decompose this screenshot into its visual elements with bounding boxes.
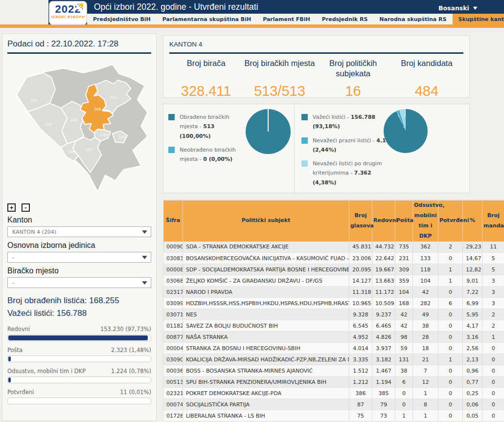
cell-value: 6.545 <box>349 320 372 332</box>
map-region-label-203: 203 <box>110 95 117 100</box>
column-header[interactable]: Odsustvo, mobilni tim i DKP <box>413 200 438 242</box>
language-selector[interactable]: Bosanski ▼ <box>438 4 477 12</box>
stat-label: Broj političkih subjekata <box>317 58 390 78</box>
cell-value: 0,96 <box>463 365 482 377</box>
page: Predsjedništvo BiHParlamentarna skupštin… <box>0 0 504 422</box>
bih-flag-icon <box>76 3 84 9</box>
stat-broj-kandidata: Broj kandidata484 <box>390 58 463 99</box>
language-label: Bosanski <box>438 4 469 12</box>
cell-value: 59 <box>395 343 413 354</box>
cell-value: 0 <box>438 343 463 354</box>
cell-value: 3.937 <box>372 343 395 354</box>
bar-label: Redovni <box>7 326 30 333</box>
map-zoom-out-button[interactable]: - <box>22 203 30 212</box>
legend-item: Nevažeći prazni listići - 4.105 (2,44%) <box>301 136 393 155</box>
polling-stations-pie-chart <box>246 109 291 154</box>
kanton-select-label: Kanton <box>7 216 151 224</box>
column-header[interactable]: Redovni <box>372 200 395 242</box>
ballot-bar-po-ta: Pošta2.323 (1,48%) <box>7 347 151 362</box>
cell-sifra: 03090 <box>163 354 183 365</box>
tab-parlamentarna-skup-tina-bih[interactable]: Parlamentarna skupština BiH <box>157 14 257 24</box>
cell-value: 23.006 <box>349 253 372 264</box>
cell-value: 10.965 <box>349 298 372 309</box>
cell-value: 131 <box>395 354 413 365</box>
cell-value: 28 <box>413 332 438 343</box>
cell-value: 21 <box>413 354 438 365</box>
ballot-bar-potvr-eni: Potvrđeni11 (0,01%) <box>7 389 151 404</box>
cell-sifra: 00074 <box>163 399 183 410</box>
column-header[interactable]: Broj mandata <box>482 200 504 242</box>
izborna-jedinica-select-label: Osnovna izborna jedinica <box>7 241 151 250</box>
valid-ballots-total: Važeći listići: 156.788 <box>7 307 151 320</box>
bar-track <box>7 334 151 341</box>
app-logo[interactable]: 2022 IZBORI ИЗБОРИ <box>49 1 87 25</box>
tab-narodna-skup-tina-rs[interactable]: Narodna skupština RS <box>373 14 452 24</box>
stat-label: Broj birača <box>169 58 243 68</box>
bih-map[interactable]: 201203204205206207208209210 <box>7 55 151 201</box>
column-header[interactable]: Broj glasova <box>349 200 372 242</box>
cell-value: 0 <box>482 354 504 365</box>
table-row: 00513SPU BIH-STRANKA PENZIONERA/UMIROVLJ… <box>163 377 504 388</box>
cell-value: 14.127 <box>349 275 372 287</box>
cell-value: 9.237 <box>372 309 395 320</box>
cell-subjekt: SDA - STRANKA DEMOKRATSKE AKCIJE <box>183 242 349 253</box>
cell-value: 385 <box>372 388 395 399</box>
cell-value: 0 <box>395 399 413 410</box>
data-as-of: Podaci od : 22.10.2022. 17:28 <box>7 38 151 54</box>
cell-value: 3 <box>482 275 504 287</box>
cell-value: 231 <box>395 253 413 264</box>
cell-value: 9.328 <box>349 309 372 320</box>
kanton-select[interactable]: KANTON 4 (204) ▼ <box>7 226 151 237</box>
cell-subjekt: POKRET DEMOKRATSKE AKCIJE-PDA <box>183 388 349 399</box>
cell-value: 11 <box>482 242 504 253</box>
cell-value: 7,22 <box>463 287 482 298</box>
cell-value: 1.512 <box>349 365 372 377</box>
cell-sifra: 02321 <box>163 388 183 399</box>
cell-value: 6 <box>438 298 463 309</box>
accent-stripe <box>0 24 504 28</box>
cell-value: 11.318 <box>349 287 372 298</box>
bar-header: Odsustvo, mobilni tim i DKP1.224 (0,78%) <box>7 368 151 375</box>
cell-value: 22.642 <box>372 253 395 264</box>
tab-parlament-fbih[interactable]: Parlament FBiH <box>257 14 316 24</box>
bar-value: 1.224 (0,78%) <box>111 368 151 375</box>
cell-value: 0 <box>395 388 413 399</box>
stat-value: 513/513 <box>243 83 316 99</box>
map-region-label-207: 207 <box>86 148 93 152</box>
map-zoom-controls: + - <box>7 202 151 212</box>
tab-skup-tine-kantona-u-fbih[interactable]: Skupštine kantona u FBiH <box>453 14 504 24</box>
cell-value: 87 <box>349 399 372 410</box>
map-region-label-206: 206 <box>70 118 78 122</box>
tab-predsjednik-rs[interactable]: Predsjednik RS <box>316 14 374 24</box>
bar-label: Potvrđeni <box>7 389 34 396</box>
results-table: ŠifraPolitički subjektBroj glasovaRedovn… <box>163 200 504 422</box>
cell-value: 0 <box>438 377 463 388</box>
cell-value: 79 <box>372 399 395 410</box>
cell-value: 2,13 <box>463 354 482 365</box>
biracko-mjesto-select[interactable]: - ▼ <box>7 277 151 288</box>
cell-subjekt: HDZBIH,HSSSR,HSS,HSPBIH,HKDU,HSPAS,HDU,H… <box>183 298 349 309</box>
cell-value: 3.335 <box>349 354 372 365</box>
cell-value: 2,56 <box>463 343 482 354</box>
column-header[interactable]: Pošta <box>395 200 413 242</box>
table-row: 00074SOCIJALISTIČKA PARTIJA87790800,060 <box>163 399 504 410</box>
bar-fill <box>8 356 11 361</box>
cell-value: 20.095 <box>349 264 372 275</box>
tab-predsjedni-tvo-bih[interactable]: Predsjedništvo BiH <box>87 14 157 24</box>
cell-value: 3 <box>482 287 504 298</box>
table-row: 00004STRANKA ZA BOSNU I HERCEGOVINU-SBIH… <box>163 343 504 354</box>
cell-value: 42 <box>395 309 413 320</box>
cell-value: 2 <box>482 320 504 332</box>
column-header[interactable]: Politički subjekt <box>183 200 349 242</box>
kanton-select-value: KANTON 4 (204) <box>12 229 56 235</box>
cell-sifra: 03071 <box>163 309 183 320</box>
cell-value: 75 <box>349 410 372 422</box>
chevron-down-icon: ▼ <box>142 280 147 285</box>
cell-value: 0,06 <box>463 399 482 410</box>
map-zoom-in-button[interactable]: + <box>7 203 16 212</box>
izborna-jedinica-select[interactable]: - ▼ <box>7 252 151 263</box>
column-header[interactable]: Šifra <box>163 200 183 242</box>
filters-panel: Podaci od : 22.10.2022. 17:28 2012032042… <box>2 33 157 421</box>
page-title: Opći izbori 2022. godine - Utvrđeni rezu… <box>94 2 258 12</box>
cell-value: 168 <box>395 298 413 309</box>
